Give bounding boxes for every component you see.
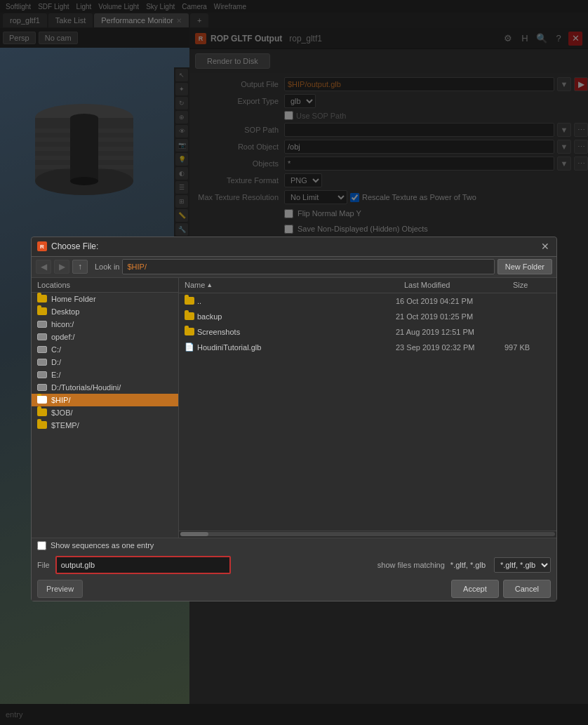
file-row-screenshots[interactable]: Screenshots 21 Aug 2019 12:51 PM bbox=[179, 324, 556, 340]
files-list: .. 16 Oct 2019 04:21 PM backup 21 Oct 20… bbox=[179, 293, 556, 531]
file-name-input[interactable] bbox=[55, 556, 231, 574]
location-hip[interactable]: $HIP/ bbox=[32, 394, 178, 406]
col-size-header[interactable]: Size bbox=[507, 281, 556, 289]
new-folder-button[interactable]: New Folder bbox=[497, 259, 552, 274]
location-opdef[interactable]: opdef:/ bbox=[32, 331, 178, 343]
show-sequences-label: Show sequences as one entry bbox=[51, 541, 154, 550]
look-in-input[interactable] bbox=[122, 259, 494, 274]
back-button[interactable]: ◀ bbox=[36, 260, 51, 274]
folder-icon-backup bbox=[182, 312, 197, 320]
location-job[interactable]: $JOB/ bbox=[32, 406, 178, 419]
location-d-drive[interactable]: D:/ bbox=[32, 356, 178, 368]
file-name-backup: backup bbox=[197, 312, 396, 321]
temp-folder-icon bbox=[37, 421, 47, 430]
dialog-close-button[interactable]: ✕ bbox=[540, 241, 551, 252]
up-button[interactable]: ↑ bbox=[72, 260, 88, 274]
show-files-select[interactable]: *.gltf, *.glb bbox=[494, 557, 551, 573]
dialog-icon: R bbox=[37, 241, 47, 251]
file-row-dotdot[interactable]: .. 16 Oct 2019 04:21 PM bbox=[179, 293, 556, 309]
preview-button[interactable]: Preview bbox=[37, 580, 83, 598]
show-files-value: *.gltf, *.glb bbox=[450, 561, 486, 569]
file-name-screenshots: Screenshots bbox=[197, 328, 396, 336]
locations-title: Locations bbox=[32, 278, 178, 293]
file-label: File bbox=[37, 561, 50, 569]
sort-icon: ▲ bbox=[206, 281, 213, 288]
file-name-houdini-tutorial: HoudiniTutorial.glb bbox=[197, 343, 396, 352]
h-scrollbar[interactable] bbox=[180, 532, 555, 536]
dialog-bottom: Show sequences as one entry File show fi… bbox=[32, 538, 556, 601]
file-modified-screenshots: 21 Aug 2019 12:51 PM bbox=[396, 328, 505, 336]
hicon-icon bbox=[37, 320, 47, 328]
files-panel: Name ▲ Last Modified Size .. 16 Oct 2019… bbox=[179, 278, 556, 538]
choose-file-dialog: R Choose File: ✕ ◀ ▶ ↑ Look in New Folde… bbox=[31, 237, 557, 601]
file-size-houdini-tutorial: 997 KB bbox=[505, 343, 554, 352]
c-drive-icon bbox=[37, 345, 47, 354]
location-hicon[interactable]: hicon:/ bbox=[32, 318, 178, 331]
col-name-header[interactable]: Name ▲ bbox=[179, 281, 399, 289]
dialog-title: Choose File: bbox=[51, 241, 540, 251]
show-files-matching-label: show files matching bbox=[377, 561, 445, 569]
locations-panel: Locations Home Folder Desktop hicon:/ op… bbox=[32, 278, 179, 538]
location-tutorials[interactable]: D:/Tutorials/Houdini/ bbox=[32, 381, 178, 394]
col-modified-header[interactable]: Last Modified bbox=[399, 281, 507, 289]
dialog-buttons: Preview Accept Cancel bbox=[32, 577, 556, 601]
file-icon-glb: 📄 bbox=[182, 342, 197, 352]
folder-icon-dotdot bbox=[182, 297, 197, 305]
location-temp[interactable]: $TEMP/ bbox=[32, 419, 178, 432]
folder-icon-screenshots bbox=[182, 328, 197, 335]
home-folder-icon bbox=[37, 295, 47, 303]
dialog-titlebar: R Choose File: ✕ bbox=[32, 237, 556, 257]
dialog-overlay: R Choose File: ✕ ◀ ▶ ↑ Look in New Folde… bbox=[0, 0, 588, 725]
file-row-backup[interactable]: backup 21 Oct 2019 01:25 PM bbox=[179, 309, 556, 324]
desktop-icon bbox=[37, 307, 47, 316]
file-row-houdini-tutorial[interactable]: 📄 HoudiniTutorial.glb 23 Sep 2019 02:32 … bbox=[179, 340, 556, 355]
cancel-button[interactable]: Cancel bbox=[503, 580, 551, 598]
opdef-icon bbox=[37, 333, 47, 341]
look-in-label: Look in bbox=[95, 262, 119, 271]
h-scrollbar-area bbox=[179, 531, 556, 538]
dialog-content: Locations Home Folder Desktop hicon:/ op… bbox=[32, 278, 556, 538]
file-modified-dotdot: 16 Oct 2019 04:21 PM bbox=[396, 297, 505, 305]
show-sequences-row: Show sequences as one entry bbox=[32, 538, 556, 553]
file-modified-backup: 21 Oct 2019 01:25 PM bbox=[396, 312, 505, 321]
location-desktop[interactable]: Desktop bbox=[32, 305, 178, 318]
file-input-row: File show files matching *.gltf, *.glb *… bbox=[32, 553, 556, 577]
files-table-header: Name ▲ Last Modified Size bbox=[179, 278, 556, 293]
location-home-folder[interactable]: Home Folder bbox=[32, 293, 178, 305]
file-name-dotdot: .. bbox=[197, 297, 396, 305]
e-drive-icon bbox=[37, 371, 47, 379]
location-e-drive[interactable]: E:/ bbox=[32, 368, 178, 381]
file-modified-houdini-tutorial: 23 Sep 2019 02:32 PM bbox=[396, 343, 505, 352]
show-sequences-checkbox[interactable] bbox=[37, 541, 46, 550]
tutorials-icon bbox=[37, 383, 47, 392]
dialog-toolbar: ◀ ▶ ↑ Look in New Folder bbox=[32, 257, 556, 278]
d-drive-icon bbox=[37, 358, 47, 366]
h-scroll-thumb[interactable] bbox=[180, 532, 208, 536]
location-c-drive[interactable]: C:/ bbox=[32, 343, 178, 356]
hip-folder-icon bbox=[37, 396, 47, 404]
job-folder-icon bbox=[37, 408, 47, 417]
forward-button[interactable]: ▶ bbox=[54, 260, 69, 274]
accept-button[interactable]: Accept bbox=[451, 580, 499, 598]
